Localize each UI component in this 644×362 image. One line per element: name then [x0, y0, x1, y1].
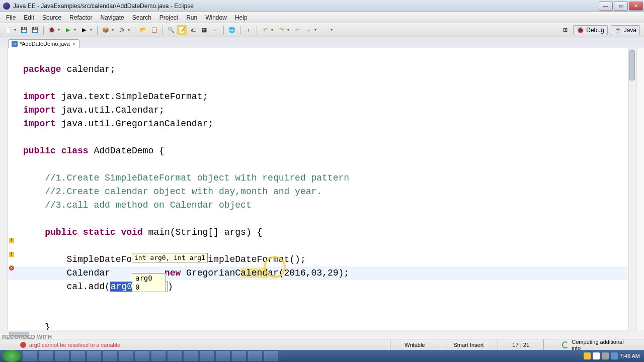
back-icon[interactable]: ←	[303, 25, 313, 35]
close-button[interactable]: ✕	[629, 2, 643, 11]
tray-clock[interactable]: 7:46 AM	[620, 353, 640, 359]
perspective-debug[interactable]: 🐞Debug	[573, 25, 607, 35]
tray-icon[interactable]	[611, 352, 618, 359]
status-writable: Writable	[390, 339, 439, 350]
prev-annotation-icon[interactable]: ↶	[260, 25, 270, 35]
taskbar-app-icon[interactable]	[38, 350, 53, 361]
start-button[interactable]	[2, 350, 21, 362]
taskbar-app-icon[interactable]	[103, 350, 118, 361]
editor-tabs: J *AddDateDemo.java ✕	[0, 37, 644, 48]
menu-navigate[interactable]: Navigate	[96, 13, 128, 22]
java-file-icon: J	[12, 41, 18, 47]
taskbar-app-icon[interactable]	[199, 350, 214, 361]
next-annotation-icon[interactable]: ↷	[276, 25, 286, 35]
last-edit-icon[interactable]: ⤺	[292, 25, 302, 35]
menu-run[interactable]: Run	[182, 13, 201, 22]
run-icon[interactable]: ▶	[63, 25, 73, 35]
taskbar-app-icon[interactable]	[215, 350, 230, 361]
toggle-mark-icon[interactable]: 📝	[177, 25, 187, 35]
windows-taskbar: 7:46 AM	[0, 350, 644, 362]
annotation-icon[interactable]: 🏷	[188, 25, 198, 35]
java-icon: ☕	[614, 27, 622, 34]
show-whitespace-icon[interactable]: ▫	[210, 25, 220, 35]
tool-bar: 📄▾ 💾 💾 🐞▾ ▶▾ ▶▾ 📦▾ ©▾ 📂 📋 🔍 📝 🏷 ▦ ▫ 🌐 ↕ …	[0, 23, 644, 37]
menu-bar: File Edit Source Refactor Navigate Searc…	[0, 12, 644, 23]
open-task-icon[interactable]: 📋	[149, 25, 159, 35]
open-type-icon[interactable]: 📂	[138, 25, 148, 35]
taskbar-app-icon[interactable]	[231, 350, 247, 361]
menu-help[interactable]: Help	[231, 13, 252, 22]
tooltip-text: int arg0, int arg1	[134, 254, 205, 261]
horizontal-scrollbar[interactable]	[8, 331, 628, 338]
parameter-hint-tooltip: int arg0, int arg1	[132, 253, 208, 262]
dropdown-icon[interactable]: ▾	[271, 28, 275, 32]
dropdown-icon[interactable]: ▾	[14, 28, 18, 32]
overview-ruler[interactable]	[636, 48, 644, 330]
menu-source[interactable]: Source	[38, 13, 65, 22]
taskbar-app-icon[interactable]	[248, 350, 263, 361]
debug-icon[interactable]: 🐞	[47, 25, 57, 35]
menu-edit[interactable]: Edit	[20, 13, 38, 22]
dropdown-icon[interactable]: ▾	[128, 28, 132, 32]
dropdown-icon[interactable]: ▾	[74, 28, 78, 32]
bug-icon: 🐞	[577, 27, 584, 34]
menu-file[interactable]: File	[2, 13, 20, 22]
save-all-icon[interactable]: 💾	[30, 25, 40, 35]
menu-refactor[interactable]: Refactor	[65, 13, 96, 22]
save-icon[interactable]: 💾	[19, 25, 29, 35]
maximize-button[interactable]: ▭	[614, 2, 628, 11]
cursor-highlight-circle	[264, 256, 286, 278]
taskbar-app-icon[interactable]	[70, 350, 86, 361]
dropdown-icon[interactable]: ▾	[112, 28, 116, 32]
eclipse-icon	[3, 3, 10, 10]
vertical-scrollbar[interactable]	[628, 48, 636, 330]
taskbar-app-icon[interactable]	[22, 350, 37, 361]
scrollbar-thumb[interactable]	[629, 50, 635, 80]
tray-icon[interactable]	[602, 352, 609, 359]
web-icon[interactable]: 🌐	[227, 25, 237, 35]
menu-search[interactable]: Search	[128, 13, 155, 22]
status-bar: arg0 cannot be resolved to a variable Wr…	[0, 339, 644, 350]
new-icon[interactable]: 📄	[3, 25, 13, 35]
minimize-button[interactable]: —	[599, 2, 613, 11]
dropdown-icon[interactable]: ▾	[287, 28, 291, 32]
popup-line: 0	[132, 283, 166, 292]
system-tray[interactable]: 7:46 AM	[584, 352, 644, 359]
status-error-text: arg0 cannot be resolved to a variable	[29, 342, 120, 348]
tray-icon[interactable]	[584, 352, 591, 359]
status-insert-mode: Smart Insert	[439, 339, 498, 350]
dropdown-icon[interactable]: ▾	[331, 28, 335, 32]
forward-icon[interactable]: →	[319, 25, 330, 35]
open-perspective-icon[interactable]: ⊞	[560, 25, 570, 35]
menu-window[interactable]: Window	[201, 13, 231, 22]
taskbar-app-icon[interactable]	[183, 350, 198, 361]
tray-icon[interactable]	[593, 352, 600, 359]
status-progress-text: Computing additional info	[572, 339, 630, 351]
new-class-icon[interactable]: ©	[117, 25, 127, 35]
block-icon[interactable]: ▦	[199, 25, 209, 35]
taskbar-app-icon[interactable]	[119, 350, 134, 361]
tab-adddatedemo[interactable]: J *AddDateDemo.java ✕	[8, 39, 79, 48]
taskbar-app-icon[interactable]	[87, 350, 102, 361]
popup-line: arg0	[132, 274, 166, 283]
run-last-icon[interactable]: ▶	[79, 25, 89, 35]
taskbar-app-icon[interactable]	[54, 350, 69, 361]
dropdown-icon[interactable]: ▾	[58, 28, 62, 32]
tab-close-icon[interactable]: ✕	[72, 41, 76, 47]
taskbar-app-icon[interactable]	[167, 350, 182, 361]
progress-spinner-icon	[562, 341, 569, 348]
content-assist-popup[interactable]: arg0 0	[132, 273, 166, 292]
dropdown-icon[interactable]: ▾	[314, 28, 318, 32]
code-editor[interactable]: package calendar; import java.text.Simpl…	[8, 48, 628, 330]
new-package-icon[interactable]: 📦	[101, 25, 111, 35]
menu-project[interactable]: Project	[155, 13, 182, 22]
search-icon[interactable]: 🔍	[166, 25, 176, 35]
status-cursor-position: 17 : 21	[498, 339, 543, 350]
taskbar-app-icon[interactable]	[135, 350, 150, 361]
taskbar-app-icon[interactable]	[151, 350, 166, 361]
taskbar-app-icon[interactable]	[264, 350, 279, 361]
nav-icon[interactable]: ↕	[244, 25, 254, 35]
perspective-java[interactable]: ☕Java	[611, 25, 640, 35]
dropdown-icon[interactable]: ▾	[90, 28, 94, 32]
title-bar: Java EE - JavaExamples/src/calendar/AddD…	[0, 0, 644, 12]
